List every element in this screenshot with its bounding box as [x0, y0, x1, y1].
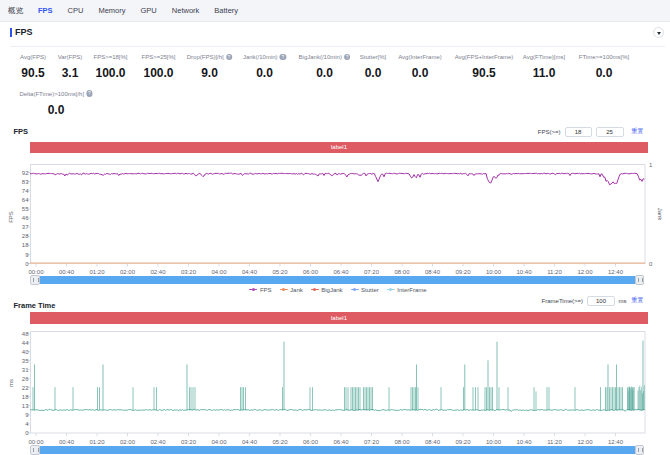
svg-text:04:40: 04:40	[242, 439, 258, 445]
svg-text:06:00: 06:00	[303, 439, 319, 445]
svg-text:07:20: 07:20	[364, 269, 380, 275]
svg-text:0: 0	[649, 261, 653, 267]
svg-text:10:00: 10:00	[486, 269, 502, 275]
svg-text:11:20: 11:20	[547, 439, 562, 445]
svg-text:44: 44	[22, 340, 29, 346]
svg-text:03:20: 03:20	[181, 439, 197, 445]
svg-text:46: 46	[22, 215, 29, 221]
svg-text:35: 35	[22, 358, 29, 364]
svg-text:06:40: 06:40	[333, 439, 349, 445]
svg-text:08:40: 08:40	[425, 269, 441, 275]
svg-text:00:40: 00:40	[59, 269, 75, 275]
svg-text:00:40: 00:40	[59, 439, 75, 445]
svg-text:08:00: 08:00	[394, 269, 410, 275]
svg-text:ms: ms	[8, 379, 14, 387]
svg-text:08:00: 08:00	[394, 439, 410, 445]
svg-text:28: 28	[22, 233, 29, 239]
svg-text:11:20: 11:20	[547, 269, 562, 275]
svg-text:02:00: 02:00	[120, 269, 136, 275]
svg-text:03:20: 03:20	[181, 269, 197, 275]
svg-text:74: 74	[22, 188, 29, 194]
svg-text:12:00: 12:00	[577, 269, 593, 275]
svg-text:00:00: 00:00	[28, 439, 44, 445]
svg-text:04:40: 04:40	[242, 269, 258, 275]
svg-text:64: 64	[22, 197, 29, 203]
svg-text:Jank: Jank	[657, 208, 663, 222]
svg-text:06:00: 06:00	[303, 269, 319, 275]
svg-text:92: 92	[22, 170, 29, 176]
svg-text:12:00: 12:00	[577, 439, 593, 445]
svg-text:02:40: 02:40	[150, 439, 166, 445]
svg-text:08:40: 08:40	[425, 439, 441, 445]
svg-text:13: 13	[22, 403, 29, 409]
svg-text:05:20: 05:20	[272, 439, 288, 445]
svg-text:12:40: 12:40	[608, 269, 624, 275]
svg-text:09:20: 09:20	[455, 269, 471, 275]
svg-text:01:20: 01:20	[89, 439, 105, 445]
svg-text:10:40: 10:40	[516, 439, 532, 445]
svg-text:26: 26	[22, 376, 29, 382]
svg-text:02:40: 02:40	[150, 269, 166, 275]
svg-text:18: 18	[22, 394, 29, 400]
svg-text:1: 1	[649, 162, 653, 168]
svg-text:06:40: 06:40	[333, 269, 349, 275]
svg-text:05:20: 05:20	[272, 269, 288, 275]
svg-text:10:40: 10:40	[516, 269, 532, 275]
svg-text:22: 22	[22, 385, 29, 391]
svg-text:02:00: 02:00	[120, 439, 136, 445]
svg-text:55: 55	[22, 206, 29, 212]
svg-text:40: 40	[22, 349, 29, 355]
svg-text:31: 31	[22, 367, 29, 373]
svg-text:18: 18	[22, 242, 29, 248]
svg-text:10:00: 10:00	[486, 439, 502, 445]
svg-text:12:40: 12:40	[608, 439, 624, 445]
svg-text:48: 48	[22, 331, 29, 337]
svg-text:01:20: 01:20	[89, 269, 105, 275]
svg-text:09:20: 09:20	[455, 439, 471, 445]
svg-text:37: 37	[22, 224, 29, 230]
svg-text:FPS: FPS	[8, 211, 14, 223]
svg-text:07:20: 07:20	[364, 439, 380, 445]
svg-text:04:00: 04:00	[211, 439, 227, 445]
svg-text:04:00: 04:00	[211, 269, 227, 275]
svg-text:83: 83	[22, 179, 29, 185]
